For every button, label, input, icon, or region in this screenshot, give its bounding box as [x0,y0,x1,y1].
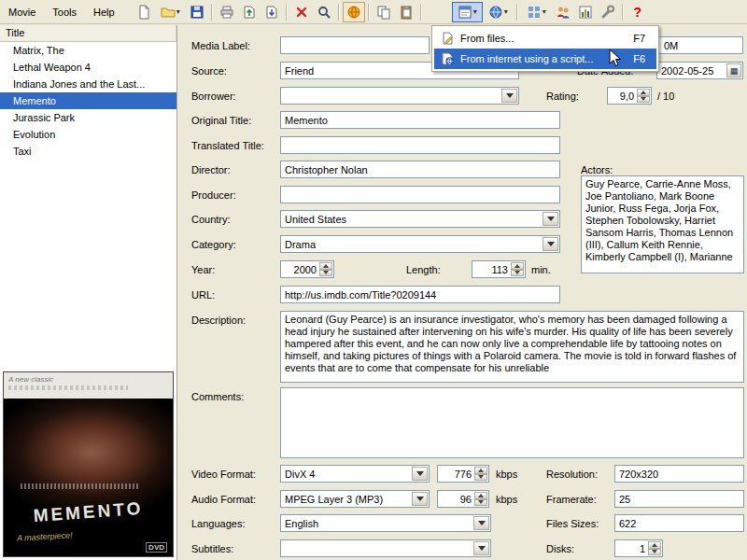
settings-button[interactable] [597,2,619,22]
source-label: Source: [191,65,227,77]
get-from-internet-button[interactable] [343,2,365,22]
delete-movie-button[interactable] [290,2,313,22]
list-item[interactable]: Jurassic Park [0,109,176,126]
spin-down-button[interactable] [637,96,650,104]
menu-help[interactable]: Help [85,2,123,22]
spin-down-button[interactable] [319,270,332,277]
menu-item-from-files[interactable]: From files... F7 [434,28,656,49]
open-catalog-button[interactable]: ▾ [155,2,186,22]
list-item[interactable]: Matrix, The [0,42,176,59]
list-item[interactable]: Lethal Weapon 4 [0,59,176,76]
menu-item-from-internet-script[interactable]: From internet using a script... F6 [434,49,656,69]
copy-button[interactable] [373,2,395,22]
disks-spinner[interactable]: 1 [614,539,663,557]
spin-up-button[interactable] [474,492,487,499]
toolbar-separator [211,4,213,21]
spin-down-button[interactable] [474,474,487,482]
video-format-combobox[interactable]: DivX 4 [280,465,430,483]
spin-up-button[interactable] [319,262,332,270]
import-button[interactable] [261,2,283,22]
description-textarea[interactable]: Leonard (Guy Pearce) is an insurance inv… [280,311,744,383]
find-button[interactable] [313,2,335,22]
help-button[interactable]: ? [627,2,649,22]
chart-icon [578,5,593,20]
magnifier-icon [317,5,331,20]
spin-down-button[interactable] [511,270,524,277]
globe-orange-icon [346,5,361,20]
list-item[interactable]: Indiana Jones and the Last... [0,76,176,92]
media-label-label: Media Label: [191,40,250,51]
audio-format-dropdown-button[interactable] [412,492,428,506]
length-spinner[interactable]: 113 [472,260,526,278]
loans-button[interactable] [552,2,574,22]
video-bitrate-spinner[interactable]: 776 [437,465,489,483]
new-movie-button[interactable] [133,2,155,22]
subtitles-combobox[interactable] [280,539,491,557]
dropdown-arrow-icon [506,93,514,98]
audio-format-label: Audio Format: [191,494,256,505]
export-button[interactable] [238,2,261,22]
dvd-logo: DVD [146,542,167,553]
files-sizes-field[interactable]: 622 [614,514,744,532]
rating-spinner[interactable]: 9,0 [607,87,652,105]
toolbar-separator [622,4,624,21]
resolution-label: Resolution: [546,469,598,480]
category-combobox[interactable]: Drama [280,235,560,253]
spin-up-button[interactable] [474,467,487,474]
print-button[interactable] [216,2,238,22]
printer-icon [219,5,234,20]
audio-format-combobox[interactable]: MPEG Layer 3 (MP3) [280,490,430,508]
country-dropdown-button[interactable] [543,212,558,226]
statistics-button[interactable] [574,2,597,22]
actors-textarea[interactable]: Guy Pearce, Carrie-Anne Moss, Joe Pantol… [581,175,744,273]
length-unit-label: min. [531,264,551,275]
subtitles-dropdown-button[interactable] [473,541,489,555]
list-item[interactable]: Evolution [0,126,176,143]
view-mode-button[interactable]: ▾ [521,2,552,22]
date-added-field[interactable]: 2002-05-25 ▦ [656,62,743,79]
spin-up-button[interactable] [637,89,650,96]
list-item-selected[interactable]: Memento [0,92,176,109]
director-field[interactable]: Christopher Nolan [280,161,560,178]
languages-dropdown-button[interactable] [473,516,489,530]
spin-up-button[interactable] [511,262,524,270]
year-spinner[interactable]: 2000 [280,260,334,278]
internet-scripts-menu-button[interactable]: ▾ [483,2,514,22]
comments-label: Comments: [191,391,244,402]
url-field[interactable]: http://us.imdb.com/Title?0209144 [280,286,560,303]
comments-textarea[interactable] [280,387,744,458]
category-dropdown-button[interactable] [543,237,558,251]
spin-down-button[interactable] [648,549,661,556]
spin-up-button[interactable] [648,541,661,549]
list-item[interactable]: Taxi [0,143,176,160]
spin-down-button[interactable] [474,499,487,507]
dropdown-arrow-icon [416,471,424,476]
movie-info-menu-button[interactable]: ▾ [452,2,483,22]
rating-max-label: / 10 [657,91,674,102]
resolution-field[interactable]: 720x320 [614,465,744,483]
translated-title-field[interactable] [280,136,560,154]
save-catalog-button[interactable] [186,2,208,22]
list-column-header-title[interactable]: Title [0,25,176,42]
borrower-dropdown-button[interactable] [501,89,517,103]
globe-blue-icon [488,5,503,20]
help-icon: ? [633,5,641,20]
borrower-combobox[interactable] [280,87,519,105]
grid-icon [527,5,542,20]
menu-movie[interactable]: Movie [0,2,44,22]
media-label-field[interactable] [280,36,430,54]
producer-field[interactable] [280,186,560,203]
menu-tools[interactable]: Tools [44,2,85,22]
original-title-field[interactable]: Memento [280,111,560,129]
calendar-button[interactable]: ▦ [726,63,741,77]
copy-icon [376,5,391,20]
menu-toolbar: Movie Tools Help ▾ [0,0,747,24]
video-format-dropdown-button[interactable] [412,467,428,481]
audio-bitrate-spinner[interactable]: 96 [437,490,489,508]
country-combobox[interactable]: United States [280,210,560,228]
description-label: Description: [191,315,246,326]
framerate-field[interactable]: 25 [614,490,744,508]
paste-button[interactable] [395,2,417,22]
disks-label: Disks: [546,543,574,554]
languages-combobox[interactable]: English [280,514,491,532]
